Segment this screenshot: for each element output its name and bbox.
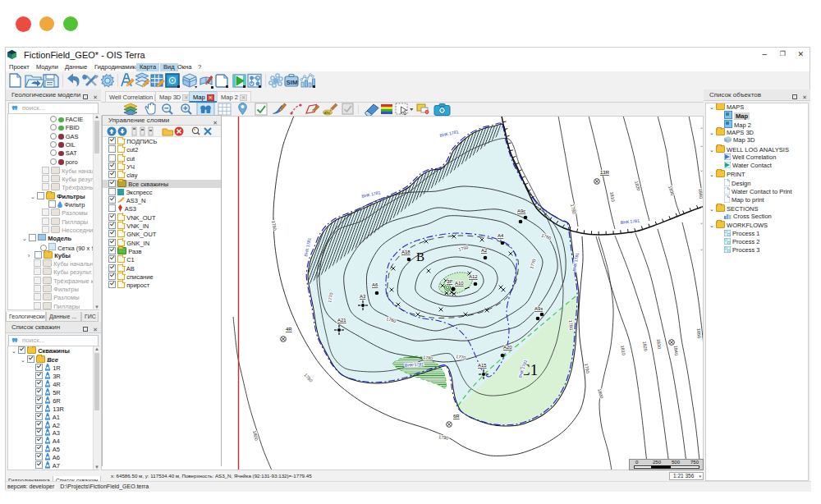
- svg-text:А2: А2: [481, 248, 488, 253]
- svg-text:abc: abc: [324, 110, 332, 115]
- svg-text:А9з: А9з: [534, 306, 543, 311]
- svg-text:1790: 1790: [438, 434, 449, 441]
- svg-text:1790: 1790: [584, 363, 590, 373]
- svg-text:А6: А6: [372, 282, 378, 287]
- svg-text:А10: А10: [455, 281, 464, 286]
- svg-text:1800: 1800: [252, 430, 259, 441]
- svg-text:1810: 1810: [609, 191, 616, 202]
- svg-text:ВНК 1781: ВНК 1781: [303, 237, 312, 257]
- svg-text:1810: 1810: [620, 345, 626, 355]
- svg-text:А9с: А9с: [517, 208, 525, 213]
- svg-text:А15: А15: [478, 363, 487, 368]
- svg-text:А18: А18: [401, 250, 410, 254]
- svg-text:4R: 4R: [286, 327, 292, 332]
- svg-text:3Р: 3Р: [447, 279, 452, 284]
- svg-text:SIM: SIM: [287, 79, 299, 86]
- svg-text:А4: А4: [498, 233, 504, 238]
- svg-text:1830: 1830: [667, 185, 675, 196]
- svg-text:1820: 1820: [642, 341, 649, 351]
- svg-text:А12: А12: [469, 274, 478, 279]
- svg-text:1830: 1830: [656, 338, 662, 349]
- svg-text:ВНК 1781: ВНК 1781: [439, 129, 459, 138]
- svg-text:1840: 1840: [698, 189, 703, 199]
- svg-text:А20: А20: [503, 345, 512, 350]
- svg-text:6R: 6R: [453, 414, 460, 419]
- svg-text:1780: 1780: [568, 320, 574, 331]
- svg-text:1790: 1790: [271, 220, 277, 231]
- svg-text:13R: 13R: [600, 170, 610, 175]
- svg-text:1850: 1850: [696, 328, 702, 339]
- svg-text:ВНК 1781: ВНК 1781: [361, 190, 381, 199]
- svg-text:B: B: [416, 250, 424, 263]
- svg-text:ВНК 1781: ВНК 1781: [620, 218, 640, 225]
- svg-text:1800: 1800: [597, 388, 604, 399]
- svg-text:1840: 1840: [673, 346, 679, 356]
- svg-text:1790: 1790: [570, 204, 576, 214]
- svg-text:1780: 1780: [303, 373, 314, 383]
- svg-text:А21: А21: [337, 318, 346, 323]
- svg-text:А3: А3: [360, 294, 366, 299]
